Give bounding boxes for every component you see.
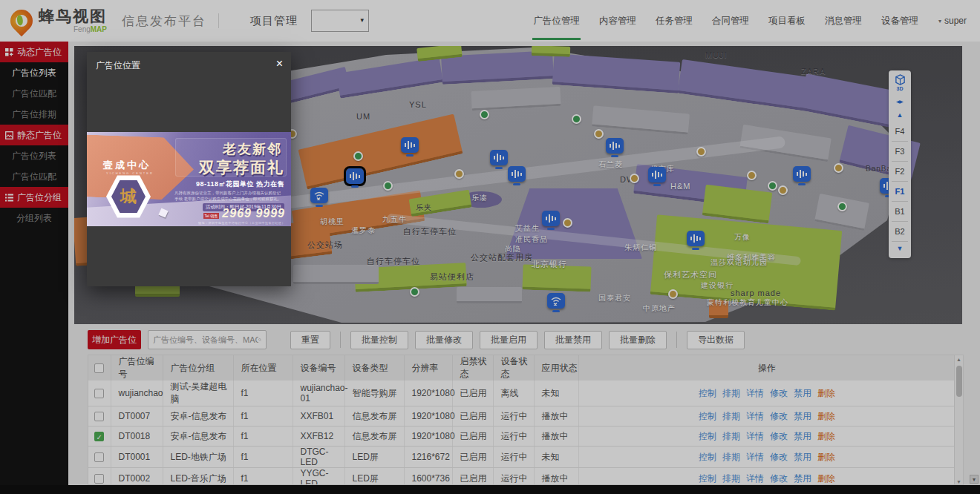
ad-bottom-line: 销地：深圳中电投区中信银行中心（工业旧中投银行红区） — [198, 221, 285, 225]
ad-phone-number: 2969 9999 — [222, 207, 285, 220]
ad-headline-2: 双享荐面礼 — [199, 157, 284, 178]
ad-headline-1: 老友新邻 — [223, 140, 282, 158]
modal-title: 广告位位置 — [87, 52, 291, 79]
ad-position-modal: 广告位位置 × 壹成中心 YICHENG CENTER 城 老友新邻 双享荐面礼… — [87, 52, 291, 286]
ad-fine-print: 凡持有效身份证业主，带同新客户上门并办理相关认购登记手续 老带新户成交认购壹成中… — [174, 190, 284, 202]
close-icon[interactable]: × — [276, 57, 283, 70]
ad-phone-row: Tel 销售 2969 9999 — [203, 207, 285, 220]
ad-tel-label: Tel 销售 — [203, 213, 220, 219]
ad-brand: 壹成中心 — [103, 159, 151, 172]
ad-brand-sub: YICHENG CENTER — [106, 171, 154, 175]
ad-offer-line: 98-118㎡花园单位 热力在售 — [196, 180, 284, 189]
ad-creative-image: 壹成中心 YICHENG CENTER 城 老友新邻 双享荐面礼 98-118㎡… — [87, 132, 291, 226]
